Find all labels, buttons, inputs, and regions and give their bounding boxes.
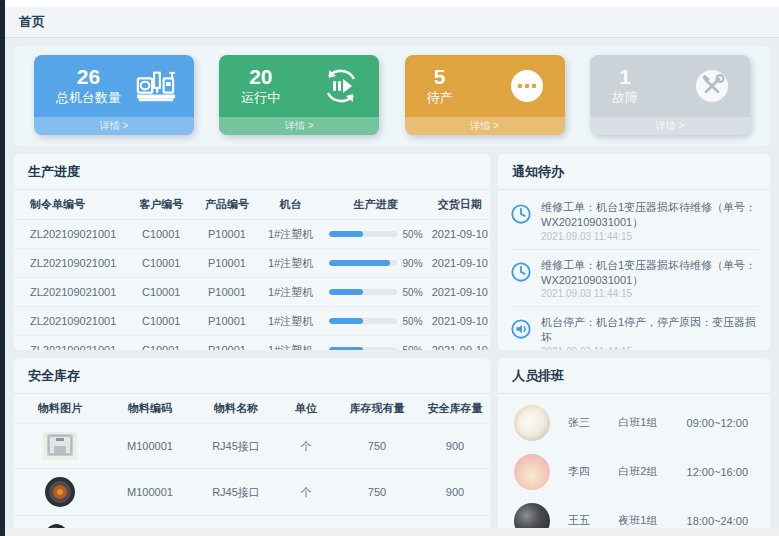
- staff-time: 09:00~12:00: [687, 417, 754, 429]
- cell-customer-no: C10001: [128, 336, 194, 351]
- col-delivery-date: 交货日期: [430, 190, 490, 220]
- machine-icon: [136, 66, 176, 106]
- inventory-row[interactable]: M100001 RJ45接口 个 750 900: [14, 424, 490, 469]
- avatar: [514, 454, 550, 490]
- cell-product-no: P10001: [194, 220, 260, 249]
- notification-item[interactable]: 机台停产：机台1停产，停产原因：变压器损坏 2021.09.03 11:44:1…: [510, 307, 758, 350]
- cell-machine: 1#注塑机: [260, 249, 322, 278]
- stat-card-fault[interactable]: 1 故障 详情 >: [590, 55, 750, 135]
- production-row[interactable]: ZL202109021001 C10001 P10001 1#注塑机 50% 2…: [14, 307, 490, 336]
- progress-percent: 90%: [403, 258, 423, 269]
- staff-time: 18:00~24:00: [687, 515, 754, 527]
- cell-material-code: M100001: [106, 424, 194, 469]
- window-left-edge: [0, 0, 5, 536]
- notifications-panel: 通知待办 维修工单：机台1变压器损坏待维修（单号：WX202109031001）…: [498, 154, 770, 350]
- notification-text: 机台停产：机台1停产，停产原因：变压器损坏: [541, 315, 758, 345]
- inventory-panel-title: 安全库存: [14, 358, 490, 394]
- cell-safety-qty: 900: [420, 469, 490, 516]
- notification-body: 维修工单：机台1变压器损坏待维修（单号：WX202109031001） 2021…: [541, 200, 758, 242]
- inventory-table: 物料图片 物料编码 物料名称 单位 库存现有量 安全库存量: [14, 394, 490, 534]
- inventory-header-row: 物料图片 物料编码 物料名称 单位 库存现有量 安全库存量: [14, 394, 490, 424]
- running-detail-link[interactable]: 详情 >: [219, 117, 379, 135]
- staff-row[interactable]: 李四 白班2组 12:00~16:00: [514, 447, 754, 496]
- col-customer-no: 客户编号: [128, 190, 194, 220]
- stat-card-body: 1 故障: [590, 55, 750, 117]
- stat-cards-panel: 26 总机台数量: [14, 46, 770, 146]
- stat-card-total-machines[interactable]: 26 总机台数量: [34, 55, 194, 135]
- pending-label: 待产: [427, 89, 453, 107]
- notification-item[interactable]: 维修工单：机台1变压器损坏待维修（单号：WX202109031001） 2021…: [510, 192, 758, 250]
- stat-card-text: 5 待产: [427, 65, 453, 107]
- cell-stock-qty: 750: [334, 424, 420, 469]
- cell-machine: 1#注塑机: [260, 278, 322, 307]
- inventory-row[interactable]: M100001 RJ45接口 个 750 900: [14, 469, 490, 516]
- stat-card-text: 26 总机台数量: [56, 65, 121, 107]
- cell-unit: 个: [278, 469, 334, 516]
- window-top-strip: [5, 0, 779, 7]
- col-order-no: 制令单编号: [14, 190, 128, 220]
- progress-bar: [329, 260, 397, 266]
- progress-bar: [329, 347, 397, 350]
- col-machine: 机台: [260, 190, 322, 220]
- staff-name: 李四: [568, 464, 618, 479]
- production-panel-title: 生产进度: [14, 154, 490, 190]
- col-stock-qty: 库存现有量: [334, 394, 420, 424]
- production-row[interactable]: ZL202109021001 C10001 P10001 1#注塑机 50% 2…: [14, 336, 490, 351]
- inventory-panel: 安全库存 物料图片 物料编码 物料名称 单位 库存现有量 安全库存量: [14, 358, 490, 534]
- rj45-connector-image: [41, 430, 79, 462]
- production-row[interactable]: ZL202109021001 C10001 P10001 1#注塑机 50% 2…: [14, 278, 490, 307]
- notification-time: 2021.09.03 11:44:15: [541, 231, 758, 242]
- cell-delivery-date: 2021-09-10: [430, 278, 490, 307]
- cell-customer-no: C10001: [128, 307, 194, 336]
- page-title[interactable]: 首页: [19, 13, 45, 31]
- running-label: 运行中: [241, 89, 280, 107]
- cell-progress: 50%: [321, 336, 429, 351]
- notification-text: 维修工单：机台1变压器损坏待维修（单号：WX202109031001）: [541, 258, 758, 288]
- cell-customer-no: C10001: [128, 220, 194, 249]
- cell-delivery-date: 2021-09-10: [430, 220, 490, 249]
- cell-machine: 1#注塑机: [260, 307, 322, 336]
- fault-detail-link[interactable]: 详情 >: [590, 117, 750, 135]
- speaker-top-image: [43, 475, 77, 509]
- fault-label: 故障: [612, 89, 638, 107]
- notification-time: 2021.09.03 11:44:15: [541, 288, 758, 299]
- production-row[interactable]: ZL202109021001 C10001 P10001 1#注塑机 50% 2…: [14, 220, 490, 249]
- pending-value: 5: [434, 65, 446, 89]
- col-material-code: 物料编码: [106, 394, 194, 424]
- production-panel: 生产进度 制令单编号 客户编号 产品编号 机台 生产进度 交货日期 ZL2021…: [14, 154, 490, 350]
- cell-delivery-date: 2021-09-10: [430, 336, 490, 351]
- cell-delivery-date: 2021-09-10: [430, 249, 490, 278]
- progress-percent: 50%: [403, 287, 423, 298]
- cell-order-no: ZL202109021001: [14, 278, 128, 307]
- staff-time: 12:00~16:00: [687, 466, 754, 478]
- cell-machine: 1#注塑机: [260, 220, 322, 249]
- notifications-panel-title: 通知待办: [498, 154, 770, 190]
- cell-stock-qty: 750: [334, 469, 420, 516]
- notification-item[interactable]: 维修工单：机台1变压器损坏待维修（单号：WX202109031001） 2021…: [510, 250, 758, 308]
- cell-safety-qty: 900: [420, 424, 490, 469]
- notification-body: 机台停产：机台1停产，停产原因：变压器损坏 2021.09.03 11:44:1…: [541, 315, 758, 350]
- staff-panel: 人员排班 张三 白班1组 09:00~12:00 李四 白班2组 12:00~1…: [498, 358, 770, 534]
- cell-customer-no: C10001: [128, 249, 194, 278]
- page-bottom-strip: [5, 528, 779, 536]
- col-material-name: 物料名称: [194, 394, 278, 424]
- staff-shift: 夜班1组: [618, 513, 686, 528]
- stat-card-pending[interactable]: 5 待产 详情 >: [405, 55, 565, 135]
- stat-card-running[interactable]: 20 运行中 详情 >: [219, 55, 379, 135]
- pending-detail-link[interactable]: 详情 >: [405, 117, 565, 135]
- total-machines-detail-link[interactable]: 详情 >: [34, 117, 194, 135]
- staff-row[interactable]: 张三 白班1组 09:00~12:00: [514, 398, 754, 447]
- progress-bar: [329, 231, 397, 237]
- staff-panel-title: 人员排班: [498, 358, 770, 394]
- cell-progress: 50%: [321, 307, 429, 336]
- progress-bar: [329, 318, 397, 324]
- cell-material-name: RJ45接口: [194, 469, 278, 516]
- cell-progress: 50%: [321, 220, 429, 249]
- cell-progress: 90%: [321, 249, 429, 278]
- cell-order-no: ZL202109021001: [14, 220, 128, 249]
- ellipsis-icon: [507, 66, 547, 106]
- staff-name: 张三: [568, 415, 618, 430]
- cell-product-no: P10001: [194, 307, 260, 336]
- cell-material-image: [14, 424, 106, 469]
- production-row[interactable]: ZL202109021001 C10001 P10001 1#注塑机 90% 2…: [14, 249, 490, 278]
